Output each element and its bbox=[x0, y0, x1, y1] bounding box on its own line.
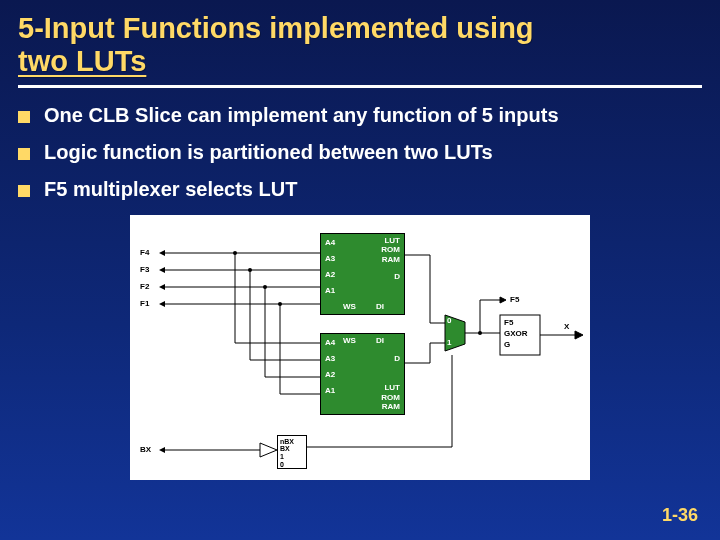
svg-point-34 bbox=[233, 251, 237, 255]
lut-ws: WS bbox=[343, 302, 356, 312]
list-item: F5 multiplexer selects LUT bbox=[18, 178, 702, 201]
svg-point-35 bbox=[248, 268, 252, 272]
lut-input-a4: A4 bbox=[325, 338, 335, 348]
bullet-square-icon bbox=[18, 111, 30, 123]
svg-marker-17 bbox=[260, 443, 277, 457]
svg-marker-43 bbox=[159, 447, 165, 453]
svg-marker-42 bbox=[159, 301, 165, 307]
block-diagram: A4 A3 A2 A1 LUT ROM RAM D WS DI A4 A3 A2… bbox=[130, 215, 590, 480]
list-item: Logic function is partitioned between tw… bbox=[18, 141, 702, 164]
input-bx: BX bbox=[140, 445, 151, 454]
lut-input-a1: A1 bbox=[325, 286, 335, 296]
svg-point-38 bbox=[478, 331, 482, 335]
bullet-text: F5 multiplexer selects LUT bbox=[44, 178, 297, 201]
out-gxor: GXOR bbox=[504, 329, 528, 338]
bx-select-box: nBX BX 1 0 bbox=[277, 435, 307, 469]
lut-input-a3: A3 bbox=[325, 254, 335, 264]
out-f5: F5 bbox=[504, 318, 513, 327]
svg-marker-30 bbox=[575, 331, 583, 339]
svg-marker-41 bbox=[159, 284, 165, 290]
lut-di: DI bbox=[376, 336, 384, 346]
input-f1: F1 bbox=[140, 299, 149, 308]
title-line-1: 5-Input Functions implemented using bbox=[18, 12, 534, 44]
lut-input-a4: A4 bbox=[325, 238, 335, 248]
bx-opt-bx: BX bbox=[280, 445, 304, 453]
svg-marker-39 bbox=[159, 250, 165, 256]
lut-modes: LUT ROM RAM bbox=[381, 383, 400, 412]
input-f3: F3 bbox=[140, 265, 149, 274]
bullet-text: One CLB Slice can implement any function… bbox=[44, 104, 559, 127]
bullet-list: One CLB Slice can implement any function… bbox=[0, 104, 720, 201]
f5-label: F5 bbox=[510, 295, 519, 304]
output-x: X bbox=[564, 322, 569, 331]
page-number: 1-36 bbox=[662, 505, 698, 526]
list-item: One CLB Slice can implement any function… bbox=[18, 104, 702, 127]
svg-point-37 bbox=[278, 302, 282, 306]
input-f2: F2 bbox=[140, 282, 149, 291]
lut-block-bottom: A4 A3 A2 A1 WS DI D LUT ROM RAM bbox=[320, 333, 405, 415]
bx-opt-1: 1 bbox=[280, 453, 304, 461]
bullet-square-icon bbox=[18, 148, 30, 160]
bullet-text: Logic function is partitioned between tw… bbox=[44, 141, 493, 164]
lut-d-out: D bbox=[394, 354, 400, 364]
lut-modes: LUT ROM RAM bbox=[381, 236, 400, 265]
bx-opt-nbx: nBX bbox=[280, 438, 304, 446]
lut-input-a3: A3 bbox=[325, 354, 335, 364]
title-underline-rule bbox=[18, 85, 702, 88]
lut-di: DI bbox=[376, 302, 384, 312]
lut-input-a2: A2 bbox=[325, 270, 335, 280]
bx-opt-0: 0 bbox=[280, 461, 304, 469]
lut-d-out: D bbox=[394, 272, 400, 282]
lut-input-a2: A2 bbox=[325, 370, 335, 380]
slide-title: 5-Input Functions implemented using two … bbox=[0, 0, 720, 85]
bullet-square-icon bbox=[18, 185, 30, 197]
out-g: G bbox=[504, 340, 510, 349]
title-line-2: two LUTs bbox=[18, 45, 146, 77]
input-f4: F4 bbox=[140, 248, 149, 257]
mux-in-1: 1 bbox=[447, 338, 451, 347]
svg-point-36 bbox=[263, 285, 267, 289]
svg-marker-40 bbox=[159, 267, 165, 273]
mux-in-0: 0 bbox=[447, 316, 451, 325]
svg-marker-33 bbox=[500, 297, 506, 303]
lut-input-a1: A1 bbox=[325, 386, 335, 396]
lut-block-top: A4 A3 A2 A1 LUT ROM RAM D WS DI bbox=[320, 233, 405, 315]
lut-ws: WS bbox=[343, 336, 356, 346]
